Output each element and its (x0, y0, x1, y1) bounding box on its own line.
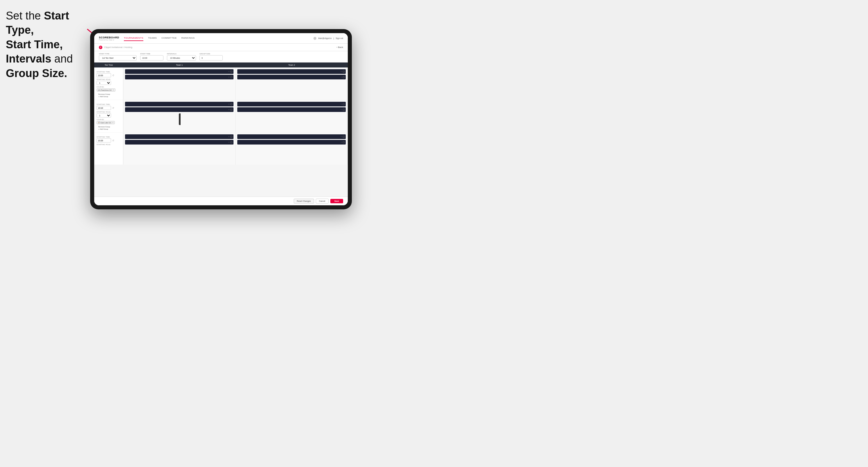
tee-block-1: STARTING TIME: ⏱ STARTING HOLE: 1 COURSE… (94, 67, 348, 100)
app-logo: SCOREBOARD Powered by clipp.io (99, 36, 119, 41)
starting-hole-select-1[interactable]: 1 (97, 81, 111, 85)
instruction-bold-2: Start Time, (6, 38, 63, 51)
clock-icon-1: ⏱ (112, 74, 114, 76)
course-remove-1[interactable]: × (113, 89, 114, 91)
starting-time-value-1: ⏱ (97, 73, 121, 77)
starting-hole-select-2[interactable]: 1 (97, 114, 111, 118)
tee-row-2: STARTING TIME: ⏱ STARTING HOLE: 1 COURSE… (94, 100, 348, 132)
tablet-screen: SCOREBOARD Powered by clipp.io TOURNAMEN… (94, 33, 348, 205)
slot-remove-icon-7[interactable]: × (341, 103, 342, 105)
starting-time-input-2[interactable] (97, 106, 111, 110)
remove-group-link-2[interactable]: Remove Group (97, 126, 121, 128)
slot-circle-icon-6 (230, 109, 232, 111)
add-group-link-2[interactable]: + Add Group (97, 128, 121, 130)
slot-remove-icon-11[interactable]: × (341, 136, 342, 137)
start-type-select[interactable]: 1st Tee Start (99, 55, 137, 61)
team2-cell-1: × × (236, 67, 348, 100)
starting-time-label-1: STARTING TIME: (97, 71, 121, 73)
slot-remove-icon-3[interactable]: × (341, 71, 342, 72)
settings-row: Start Type 1st Tee Start Start Time Inte… (94, 51, 348, 63)
save-button[interactable]: Save (330, 199, 343, 203)
course-name-2: 🏌 East Lake GC (98, 122, 112, 124)
team2-slot-2b: × (237, 107, 346, 112)
user-email: blair@clippd.io (318, 37, 332, 39)
starting-time-input-3[interactable] (97, 138, 111, 143)
nav-tab-tournaments[interactable]: TOURNAMENTS (124, 35, 143, 41)
intervals-field: Intervals 10 Minutes (167, 53, 196, 61)
starting-hole-value-2: 1 (97, 114, 121, 118)
team2-cell-2: × × (236, 100, 348, 132)
team1-slot-3b: × (125, 140, 234, 145)
back-button[interactable]: ‹ Back (336, 46, 343, 49)
start-time-label: Start Time (140, 53, 163, 55)
tee-actions-2: Remove Group + Add Group (97, 126, 121, 130)
starting-hole-value-1: 1 (97, 81, 121, 85)
starting-hole-label-1: STARTING HOLE: (97, 79, 121, 80)
subnav: C Clippd Invitational / Hosting ‹ Back (94, 43, 348, 51)
tee-actions-1: Remove Group + Add Group (97, 93, 121, 97)
starting-time-value-2: ⏱ (97, 106, 121, 110)
slot-circle-icon-2 (230, 76, 232, 78)
slot-remove-icon[interactable]: × (228, 71, 229, 72)
nav-tab-rankings[interactable]: RANKINGS (182, 35, 195, 41)
reset-changes-button[interactable]: Reset Changes (294, 198, 314, 204)
tee-row-3: STARTING TIME: ⏱ STARTING HOLE: × (94, 133, 348, 164)
starting-time-value-3: ⏱ (97, 138, 121, 143)
starting-hole-label-3: STARTING HOLE: (97, 144, 121, 146)
slot-circle-icon-9 (230, 136, 232, 138)
group-size-label: Group Size (199, 53, 223, 55)
remove-group-link-1[interactable]: Remove Group (97, 93, 121, 95)
slot-circle-icon-4 (343, 76, 345, 78)
team2-slot-1a: × (237, 69, 346, 74)
start-time-input[interactable] (140, 55, 163, 61)
schedule-table: Tee Time Team 1 Team 2 STARTING TIME: ⏱ … (94, 63, 348, 196)
team1-slot-1b: × (125, 75, 234, 80)
add-group-link-1[interactable]: + Add Group (97, 96, 121, 97)
starting-time-label-3: STARTING TIME: (97, 136, 121, 138)
slot-circle-icon-3 (343, 71, 345, 73)
slot-remove-icon-8[interactable]: × (341, 109, 342, 111)
navbar: SCOREBOARD Powered by clipp.io TOURNAMEN… (94, 33, 348, 43)
instruction-text: Set the Start Type, Start Time, Interval… (6, 9, 99, 81)
group-size-input[interactable] (199, 55, 223, 61)
slot-remove-icon-2[interactable]: × (228, 76, 229, 78)
course-value-2: 🏌 East Lake GC × (97, 121, 121, 124)
slot-circle-icon-5 (230, 103, 232, 105)
footer: Reset Changes Cancel Save (94, 196, 348, 205)
sign-out-link[interactable]: Sign out (336, 37, 343, 39)
cancel-button[interactable]: Cancel (316, 198, 329, 204)
intervals-select[interactable]: 10 Minutes (167, 55, 196, 61)
tee-left-2: STARTING TIME: ⏱ STARTING HOLE: 1 COURSE… (94, 100, 123, 132)
clock-icon-2: ⏱ (112, 107, 114, 109)
tee-block-3: STARTING TIME: ⏱ STARTING HOLE: × (94, 133, 348, 164)
tournament-logo: C (99, 45, 102, 49)
nav-tab-committee[interactable]: COMMITTEE (161, 35, 177, 41)
team1-cell-1: × × (123, 67, 236, 100)
team2-slot-1b: × (237, 75, 346, 80)
team2-cell-3: × × (236, 133, 348, 164)
course-label-1: COURSE: (97, 86, 121, 88)
team1-slot-3a: × (125, 134, 234, 139)
slot-remove-icon-6[interactable]: × (228, 109, 229, 111)
slot-circle-icon-7 (343, 103, 345, 105)
tablet-frame: SCOREBOARD Powered by clipp.io TOURNAMEN… (90, 29, 352, 209)
nav-tab-teams[interactable]: TEAMS (148, 35, 157, 41)
slot-remove-icon-9[interactable]: × (228, 136, 229, 137)
instruction-bold-4: Group Size. (6, 67, 67, 80)
slot-remove-icon-10[interactable]: × (228, 141, 229, 143)
tee-left-3: STARTING TIME: ⏱ STARTING HOLE: (94, 133, 123, 164)
slot-remove-icon-12[interactable]: × (341, 141, 342, 143)
col-tee-time: Tee Time (94, 64, 123, 66)
team2-slot-3b: × (237, 140, 346, 145)
starting-time-input-1[interactable] (97, 73, 111, 77)
sub-page-label: Hosting (124, 46, 132, 49)
instruction-bold-3: Intervals (6, 53, 51, 65)
nav-tabs: TOURNAMENTS TEAMS COMMITTEE RANKINGS (124, 35, 313, 41)
group-size-field: Group Size (199, 53, 223, 61)
tee-row-1: STARTING TIME: ⏱ STARTING HOLE: 1 COURSE… (94, 67, 348, 100)
slot-remove-icon-4[interactable]: × (341, 76, 342, 78)
tournament-name[interactable]: Clippd Invitational (104, 46, 122, 49)
slot-remove-icon-5[interactable]: × (228, 103, 229, 105)
course-remove-2[interactable]: × (112, 122, 114, 124)
team1-slot-2b: × (125, 107, 234, 112)
